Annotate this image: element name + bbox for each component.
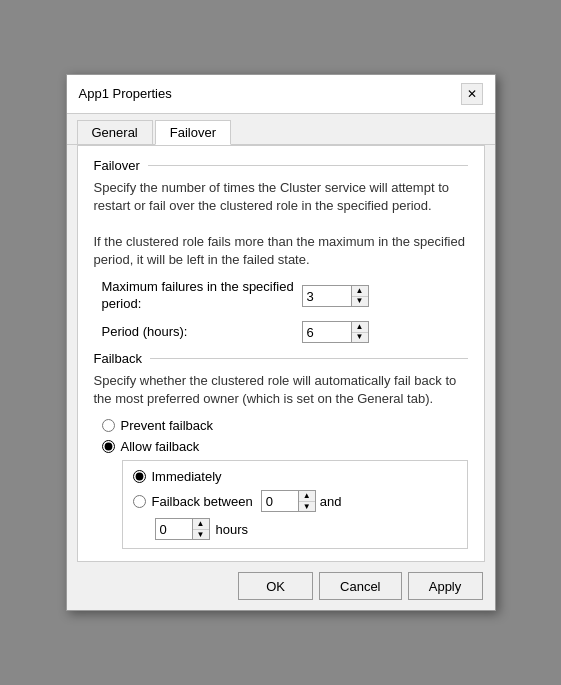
failback-section-header: Failback xyxy=(94,351,468,366)
max-failures-spinner-btns: ▲ ▼ xyxy=(352,285,369,307)
between-label[interactable]: Failback between xyxy=(152,494,253,509)
prevent-failback-radio[interactable] xyxy=(102,419,115,432)
between1-down-btn[interactable]: ▼ xyxy=(299,501,315,512)
period-up-btn[interactable]: ▲ xyxy=(352,322,368,332)
between-radio[interactable] xyxy=(133,495,146,508)
between-input2[interactable] xyxy=(155,518,193,540)
between-spinner1: ▲ ▼ xyxy=(261,490,316,512)
failback-between-row: Failback between ▲ ▼ and xyxy=(133,490,457,512)
period-spinner: ▲ ▼ xyxy=(302,321,369,343)
properties-dialog: App1 Properties ✕ General Failover Failo… xyxy=(66,74,496,612)
failover-desc1: Specify the number of times the Cluster … xyxy=(94,179,468,215)
between-spinner2-btns: ▲ ▼ xyxy=(193,518,210,540)
period-down-btn[interactable]: ▼ xyxy=(352,332,368,343)
between-spinner1-btns: ▲ ▼ xyxy=(299,490,316,512)
period-input[interactable] xyxy=(302,321,352,343)
close-button[interactable]: ✕ xyxy=(461,83,483,105)
max-failures-down-btn[interactable]: ▼ xyxy=(352,296,368,307)
prevent-failback-row: Prevent failback xyxy=(102,418,468,433)
max-failures-input[interactable] xyxy=(302,285,352,307)
max-failures-label: Maximum failures in the specified period… xyxy=(102,279,302,313)
period-spinner-btns: ▲ ▼ xyxy=(352,321,369,343)
prevent-failback-label[interactable]: Prevent failback xyxy=(121,418,214,433)
between2-down-btn[interactable]: ▼ xyxy=(193,529,209,540)
failover-section-title: Failover xyxy=(94,158,140,173)
between-input1[interactable] xyxy=(261,490,299,512)
failback-section-title: Failback xyxy=(94,351,142,366)
tab-content: Failover Specify the number of times the… xyxy=(77,145,485,563)
allow-failback-radio[interactable] xyxy=(102,440,115,453)
dialog-footer: OK Cancel Apply xyxy=(67,562,495,610)
period-label: Period (hours): xyxy=(102,324,302,341)
max-failures-row: Maximum failures in the specified period… xyxy=(94,279,468,313)
failback-section: Failback Specify whether the clustered r… xyxy=(94,351,468,549)
ok-button[interactable]: OK xyxy=(238,572,313,600)
hours-label: hours xyxy=(216,522,249,537)
allow-failback-label[interactable]: Allow failback xyxy=(121,439,200,454)
between1-up-btn[interactable]: ▲ xyxy=(299,491,315,501)
immediately-row: Immediately xyxy=(133,469,457,484)
max-failures-up-btn[interactable]: ▲ xyxy=(352,286,368,296)
allow-failback-row: Allow failback xyxy=(102,439,468,454)
immediately-label[interactable]: Immediately xyxy=(152,469,222,484)
immediately-radio[interactable] xyxy=(133,470,146,483)
between2-up-btn[interactable]: ▲ xyxy=(193,519,209,529)
allow-failback-box: Immediately Failback between ▲ ▼ xyxy=(122,460,468,549)
tab-general[interactable]: General xyxy=(77,120,153,144)
max-failures-spinner: ▲ ▼ xyxy=(302,285,369,307)
tab-bar: General Failover xyxy=(67,114,495,145)
dialog-title: App1 Properties xyxy=(79,86,172,101)
failback-section-line xyxy=(150,358,468,359)
failover-desc2: If the clustered role fails more than th… xyxy=(94,233,468,269)
and-label: and xyxy=(320,494,342,509)
between-spinner2: ▲ ▼ xyxy=(155,518,210,540)
period-row: Period (hours): ▲ ▼ xyxy=(94,321,468,343)
tab-failover[interactable]: Failover xyxy=(155,120,231,145)
failover-section-header: Failover xyxy=(94,158,468,173)
apply-button[interactable]: Apply xyxy=(408,572,483,600)
title-bar: App1 Properties ✕ xyxy=(67,75,495,114)
failover-section-line xyxy=(148,165,468,166)
cancel-button[interactable]: Cancel xyxy=(319,572,401,600)
failback-desc: Specify whether the clustered role will … xyxy=(94,372,468,408)
failback-radio-group: Prevent failback Allow failback Immediat… xyxy=(94,418,468,549)
